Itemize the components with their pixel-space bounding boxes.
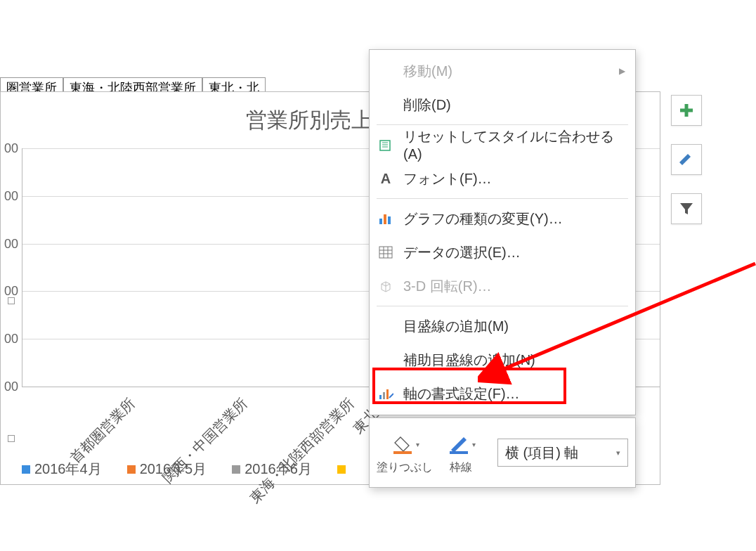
blank-icon — [377, 96, 395, 114]
menu-select-data[interactable]: データの選択(E)… — [370, 235, 635, 269]
svg-rect-3 — [388, 216, 391, 224]
svg-rect-5 — [379, 395, 382, 399]
menu-change-chart-type[interactable]: グラフの種類の変更(Y)… — [370, 202, 635, 235]
menu-font[interactable]: A フォント(F)… — [370, 162, 635, 195]
chart-styles-button[interactable] — [671, 144, 702, 175]
svg-rect-10 — [450, 451, 468, 454]
axis-selector-dropdown[interactable]: 横 (項目) 軸 ▾ — [497, 439, 628, 467]
menu-add-gridlines[interactable]: 目盛線の追加(M) — [370, 309, 635, 343]
menu-delete[interactable]: 削除(D) — [370, 88, 635, 122]
reset-icon — [377, 136, 395, 154]
x-axis-label[interactable]: 東海・北陸西部営業所 — [246, 394, 359, 507]
pen-icon: ▾ — [433, 431, 489, 459]
chart-legend[interactable]: 2016年4月 2016年5月 2016年6月 — [22, 460, 346, 479]
menu-label: 削除(D) — [403, 96, 451, 115]
blank-icon — [377, 62, 395, 80]
dropdown-label: 横 (項目) 軸 — [505, 443, 578, 462]
legend-label: 2016年6月 — [245, 460, 312, 479]
chevron-down-icon: ▾ — [616, 448, 620, 458]
y-tick: 00 — [4, 380, 18, 394]
funnel-icon — [678, 200, 695, 217]
legend-label: 2016年5月 — [140, 460, 207, 479]
legend-item[interactable] — [337, 460, 346, 479]
tool-label: 枠線 — [433, 460, 489, 475]
legend-item[interactable]: 2016年6月 — [232, 460, 312, 479]
menu-reset-style[interactable]: リセットしてスタイルに合わせる(A) — [370, 128, 635, 162]
legend-swatch — [337, 465, 346, 474]
grid-icon — [377, 243, 395, 261]
svg-rect-4 — [379, 247, 392, 258]
menu-label: 目盛線の追加(M) — [403, 317, 509, 336]
menu-label: グラフの種類の変更(Y)… — [403, 209, 563, 228]
context-menu: 移動(M) ▶ 削除(D) リセットしてスタイルに合わせる(A) A フォント(… — [369, 49, 636, 415]
menu-add-minor-gridlines[interactable]: 補助目盛線の追加(N) — [370, 343, 635, 377]
y-tick: 00 — [4, 332, 18, 346]
menu-label: 3-D 回転(R)… — [403, 277, 492, 296]
svg-rect-6 — [383, 392, 385, 399]
plus-icon — [678, 102, 695, 119]
outline-button[interactable]: ▾ 枠線 — [433, 431, 489, 475]
bucket-icon: ▾ — [377, 431, 433, 459]
y-tick: 00 — [4, 141, 18, 156]
menu-format-axis[interactable]: 軸の書式設定(F)… — [370, 377, 635, 410]
tool-label: 塗りつぶし — [377, 460, 433, 475]
menu-label: 移動(M) — [403, 62, 452, 81]
mini-toolbar: ▾ 塗りつぶし ▾ 枠線 横 (項目) 軸 ▾ — [369, 417, 636, 488]
selection-handle[interactable] — [8, 435, 15, 442]
fill-button[interactable]: ▾ 塗りつぶし — [377, 431, 433, 475]
y-tick: 00 — [4, 284, 18, 299]
legend-swatch — [127, 465, 136, 474]
chevron-right-icon: ▶ — [619, 66, 625, 76]
menu-move[interactable]: 移動(M) ▶ — [370, 54, 635, 88]
menu-3d-rotation[interactable]: 3-D 回転(R)… — [370, 269, 635, 303]
menu-label: 軸の書式設定(F)… — [403, 384, 520, 403]
y-tick: 00 — [4, 188, 18, 203]
blank-icon — [377, 317, 395, 335]
menu-label: フォント(F)… — [403, 169, 492, 188]
x-axis-label[interactable]: 首都圏営業所 — [66, 394, 139, 467]
legend-item[interactable]: 2016年4月 — [22, 460, 102, 479]
chart-elements-button[interactable] — [671, 95, 702, 126]
chart-filters-button[interactable] — [671, 193, 702, 224]
svg-rect-7 — [386, 389, 389, 399]
blank-icon — [377, 351, 395, 369]
menu-label: データの選択(E)… — [403, 243, 521, 262]
font-icon: A — [377, 169, 395, 188]
brush-icon — [678, 151, 695, 168]
y-tick: 00 — [4, 236, 18, 251]
svg-rect-9 — [393, 451, 412, 454]
menu-label: 補助目盛線の追加(N) — [403, 351, 535, 370]
legend-swatch — [232, 465, 240, 474]
legend-swatch — [22, 465, 30, 474]
legend-label: 2016年4月 — [34, 460, 102, 479]
format-axis-icon — [377, 384, 395, 403]
chart-icon — [377, 209, 395, 228]
legend-item[interactable]: 2016年5月 — [127, 460, 207, 479]
svg-rect-1 — [379, 219, 382, 224]
svg-rect-0 — [380, 141, 390, 150]
svg-rect-2 — [384, 214, 386, 224]
cube-icon — [377, 277, 395, 295]
menu-label: リセットしてスタイルに合わせる(A) — [403, 127, 625, 162]
